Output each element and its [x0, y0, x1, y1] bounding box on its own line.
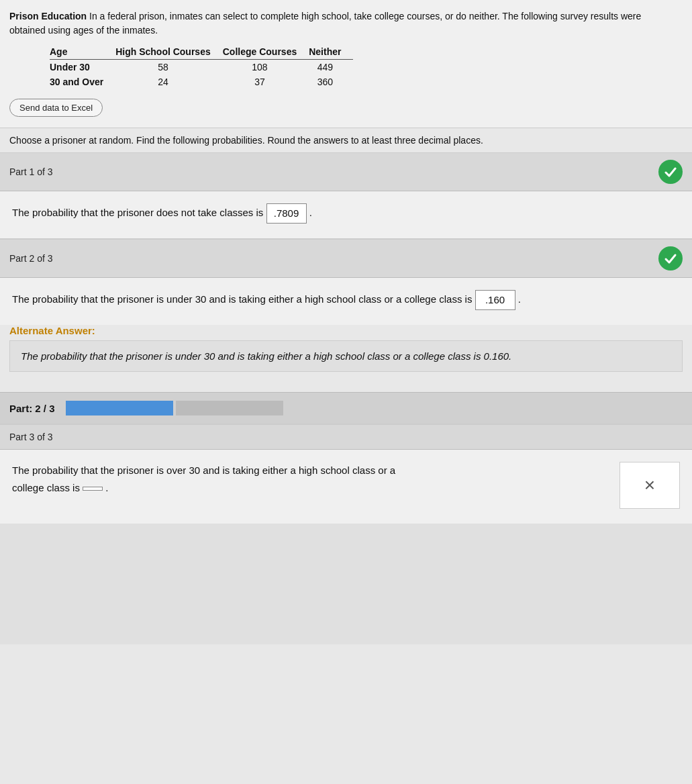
intro-section: Prison Education In a federal prison, in…	[0, 0, 692, 128]
progress-bar-filled	[66, 401, 173, 415]
intro-body: In a federal prison, inmates can select …	[9, 11, 641, 36]
col-header-college: College Courses	[223, 44, 309, 60]
part1-body: The probability that the prisoner does n…	[0, 191, 692, 238]
part1-header: Part 1 of 3	[0, 153, 692, 191]
part2-label: Part 2 of 3	[9, 253, 53, 264]
row2-highschool: 24	[115, 75, 223, 89]
intro-text: Prison Education In a federal prison, in…	[9, 9, 672, 38]
part2-period: .	[518, 293, 521, 305]
row2-neither: 360	[309, 75, 353, 89]
progress-label: Part: 2 / 3	[9, 403, 55, 414]
part1-question: The probability that the prisoner does n…	[12, 207, 263, 218]
part2-section: Part 2 of 3 The probability that the pri…	[0, 239, 692, 325]
table-row: 30 and Over 24 37 360	[50, 75, 353, 89]
part3-label: Part 3 of 3	[9, 432, 53, 442]
alternate-label: Alternate Answer:	[0, 325, 692, 340]
part3-body: The probability that the prisoner is ove…	[0, 450, 692, 524]
bottom-spacer	[0, 524, 692, 644]
x-symbol: ×	[644, 475, 655, 496]
part3-question-p1: The probability that the prisoner is ove…	[12, 464, 395, 476]
part2-answer[interactable]: .160	[475, 290, 515, 310]
part1-label: Part 1 of 3	[9, 166, 53, 177]
alternate-container: Alternate Answer: The probability that t…	[0, 325, 692, 392]
progress-value: 2 / 3	[35, 403, 54, 414]
part1-answer[interactable]: .7809	[266, 203, 307, 224]
part1-period: .	[309, 207, 312, 218]
part2-correct-icon	[658, 246, 683, 271]
part3-answer-input[interactable]	[83, 487, 103, 491]
row1-college: 108	[223, 60, 309, 75]
progress-section: Part: 2 / 3	[0, 392, 692, 424]
row1-neither: 449	[309, 60, 353, 75]
part3-period: .	[105, 482, 108, 493]
part2-question: The probability that the prisoner is und…	[12, 293, 472, 305]
col-header-highschool: High School Courses	[115, 44, 223, 60]
progress-bar-container	[66, 401, 283, 415]
intro-bold: Prison Education	[9, 11, 87, 21]
part3-incorrect-icon: ×	[620, 462, 680, 509]
col-header-neither: Neither	[309, 44, 353, 60]
data-table: Age High School Courses College Courses …	[50, 44, 353, 89]
row1-highschool: 58	[115, 60, 223, 75]
table-row: Under 30 58 108 449	[50, 60, 353, 75]
part1-section: Part 1 of 3 The probability that the pri…	[0, 152, 692, 238]
col-header-age: Age	[50, 44, 115, 60]
progress-bar-empty	[176, 401, 283, 415]
part3-section: Part 3 of 3 The probability that the pri…	[0, 424, 692, 524]
row2-college: 37	[223, 75, 309, 89]
row2-age: 30 and Over	[50, 75, 115, 89]
part1-correct-icon	[658, 160, 683, 184]
part2-header: Part 2 of 3	[0, 240, 692, 278]
row1-age: Under 30	[50, 60, 115, 75]
send-to-excel-button[interactable]: Send data to Excel	[9, 99, 103, 117]
part3-header: Part 3 of 3	[0, 425, 692, 450]
part3-question-p2: college class is	[12, 482, 80, 493]
alternate-answer-section: The probability that the prisoner is und…	[9, 340, 683, 372]
part3-question: The probability that the prisoner is ove…	[12, 462, 620, 496]
alternate-text: The probability that the prisoner is und…	[21, 350, 511, 362]
choose-text: Choose a prisoner at random. Find the fo…	[0, 128, 692, 152]
data-table-container: Age High School Courses College Courses …	[50, 44, 672, 89]
part2-body: The probability that the prisoner is und…	[0, 278, 692, 325]
